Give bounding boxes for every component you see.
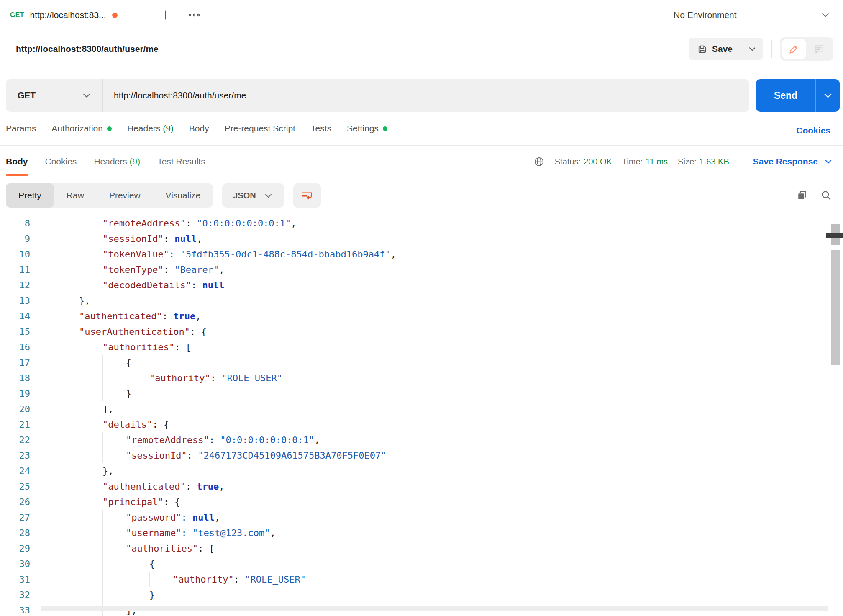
line-content: }, xyxy=(56,463,114,479)
new-tab-button[interactable] xyxy=(159,9,171,21)
line-content: "details": { xyxy=(56,417,169,432)
time-label: Time: xyxy=(622,157,643,167)
comments-button[interactable] xyxy=(807,39,831,59)
line-content: "authorities": [ xyxy=(56,339,191,355)
request-tab-open[interactable]: GET http://localhost:83... xyxy=(0,0,144,30)
copy-icon xyxy=(796,190,808,201)
response-tab-test-results[interactable]: Test Results xyxy=(157,146,205,177)
save-response-label: Save Response xyxy=(753,157,818,167)
chevron-down-icon xyxy=(82,90,92,100)
indent-guide xyxy=(79,587,102,603)
line-content: "authority": "ROLE_USER" xyxy=(56,370,282,386)
response-view-bar: PrettyRawPreviewVisualize JSON xyxy=(0,177,843,213)
request-tab-pre-request-script[interactable]: Pre-request Script xyxy=(225,123,295,133)
save-label: Save xyxy=(712,44,733,54)
code-line: 18"authority": "ROLE_USER" xyxy=(0,370,843,386)
wrap-text-button[interactable] xyxy=(293,183,321,208)
tab-options-button[interactable] xyxy=(188,12,200,18)
indent-guide xyxy=(102,525,126,541)
line-content: "decodedDetails": null xyxy=(56,277,224,293)
line-number: 23 xyxy=(0,448,30,463)
line-text: "remoteAddress": "0:0:0:0:0:0:0:1", xyxy=(102,216,297,231)
indent-guide xyxy=(56,355,79,370)
tab-method-label: GET xyxy=(10,11,24,19)
chevron-down-icon xyxy=(823,90,833,101)
code-line: 26"principal": { xyxy=(0,494,843,510)
line-content: } xyxy=(56,386,131,401)
indent-guide xyxy=(102,510,126,525)
view-tab-pretty[interactable]: Pretty xyxy=(6,183,54,208)
format-label: JSON xyxy=(233,191,256,200)
cookies-link[interactable]: Cookies xyxy=(796,126,830,135)
line-number: 20 xyxy=(0,401,30,417)
line-text: "authorities": [ xyxy=(102,339,191,355)
code-line: 30{ xyxy=(0,556,843,572)
request-tab-tests[interactable]: Tests xyxy=(311,123,331,133)
indent-guide xyxy=(56,308,79,324)
line-content: "sessionId": "2467173CD45109A61575B3A70F… xyxy=(56,448,387,463)
indent-guide xyxy=(102,386,126,401)
tab-title: http://localhost:83... xyxy=(30,10,106,20)
send-button[interactable]: Send xyxy=(756,79,815,112)
size-label: Size: xyxy=(678,157,696,167)
request-title: http://localhost:8300/auth/user/me xyxy=(16,44,159,54)
indent-guide xyxy=(79,216,102,231)
line-content: "username": "test@123.com", xyxy=(56,525,276,541)
line-text: "details": { xyxy=(102,417,169,432)
code-line: 17{ xyxy=(0,355,843,370)
network-info-button[interactable] xyxy=(533,156,545,167)
view-tab-preview[interactable]: Preview xyxy=(97,183,153,208)
request-tab-body[interactable]: Body xyxy=(189,123,209,133)
indent-guide xyxy=(79,572,102,587)
url-input[interactable]: http://localhost:8300/auth/user/me xyxy=(103,90,246,100)
response-tab-cookies[interactable]: Cookies xyxy=(45,146,77,177)
request-tab-headers[interactable]: Headers (9) xyxy=(127,123,174,133)
environment-label: No Environment xyxy=(674,10,737,20)
request-title-row: http://localhost:8300/auth/user/me Save xyxy=(0,30,843,68)
view-tab-visualize[interactable]: Visualize xyxy=(153,183,213,208)
indent-guide xyxy=(79,417,102,432)
indent-guide xyxy=(56,587,79,603)
line-content: ], xyxy=(56,401,114,417)
send-label: Send xyxy=(774,90,797,101)
response-tab-headers[interactable]: Headers (9) xyxy=(94,146,140,177)
indent-guide xyxy=(56,556,79,572)
line-number: 26 xyxy=(0,494,30,510)
search-button[interactable] xyxy=(820,190,832,201)
request-tab-params[interactable]: Params xyxy=(6,123,36,133)
title-actions: Save xyxy=(689,37,833,61)
indent-guide xyxy=(56,386,79,401)
response-tab-body[interactable]: Body xyxy=(6,146,28,177)
send-options-button[interactable] xyxy=(815,79,840,112)
rename-request-button[interactable] xyxy=(782,39,806,59)
request-tab-authorization[interactable]: Authorization xyxy=(51,123,112,133)
indent-guide xyxy=(79,370,102,386)
vertical-scrollbar[interactable] xyxy=(828,218,843,616)
save-options-button[interactable] xyxy=(741,38,763,60)
indent-guide xyxy=(126,587,149,603)
scrollbar-thumb[interactable] xyxy=(831,250,840,365)
line-content: { xyxy=(56,556,155,572)
indent-guide xyxy=(79,355,102,370)
line-text: { xyxy=(126,355,131,370)
indent-guide xyxy=(79,246,102,262)
request-tab-settings[interactable]: Settings xyxy=(347,123,387,133)
modified-dot-icon xyxy=(107,126,112,131)
scroll-position-marker xyxy=(826,233,843,238)
indent-guide xyxy=(79,386,102,401)
copy-button[interactable] xyxy=(796,190,808,201)
line-number: 10 xyxy=(0,246,30,262)
view-tab-raw[interactable]: Raw xyxy=(54,183,97,208)
format-selector[interactable]: JSON xyxy=(222,183,284,208)
environment-selector[interactable]: No Environment xyxy=(659,0,843,30)
save-response-button[interactable]: Save Response xyxy=(753,157,833,167)
chevron-down-icon xyxy=(824,157,833,166)
code-line: 32} xyxy=(0,587,843,603)
tab-strip xyxy=(144,0,659,30)
pencil-icon xyxy=(789,44,799,54)
save-button[interactable]: Save xyxy=(689,38,741,60)
method-selector[interactable]: GET xyxy=(6,79,103,112)
line-content: "remoteAddress": "0:0:0:0:0:0:0:1", xyxy=(56,432,320,448)
indent-guide xyxy=(79,432,102,448)
horizontal-scrollbar[interactable] xyxy=(41,606,828,611)
